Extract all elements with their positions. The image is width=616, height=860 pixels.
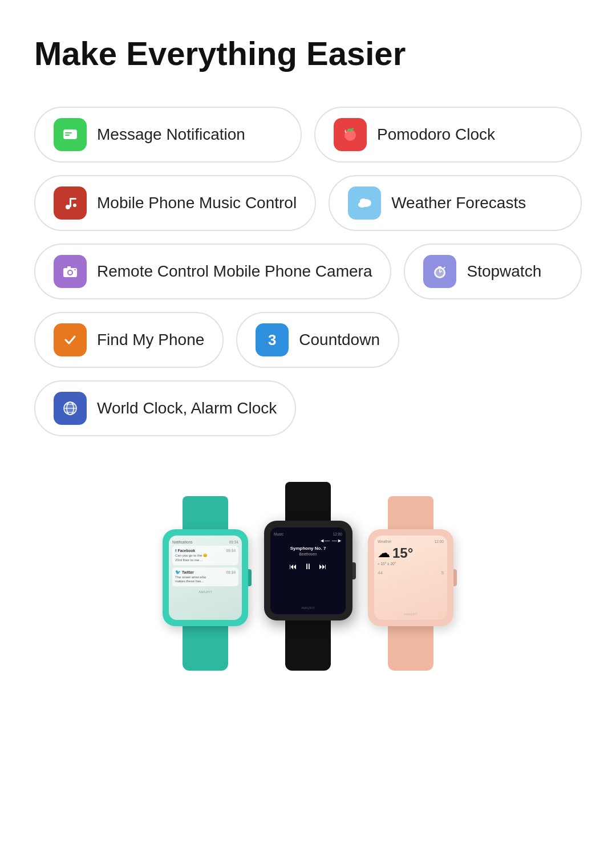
feature-row-5: World Clock, Alarm Clock (34, 380, 582, 436)
svg-rect-15 (67, 266, 71, 269)
pomodoro-icon (334, 118, 367, 151)
world-clock-label: World Clock, Alarm Clock (97, 399, 277, 417)
world-clock-icon (54, 392, 87, 425)
weather-label: Weather Forecasts (391, 194, 526, 212)
svg-rect-16 (74, 269, 76, 270)
feature-world-clock: World Clock, Alarm Clock (34, 380, 296, 436)
svg-rect-0 (63, 129, 77, 139)
features-grid: Message Notification Pomodoro Clock (34, 107, 582, 436)
feature-row-4: Find My Phone 3 Countdown (34, 312, 582, 368)
stopwatch-icon (423, 255, 456, 288)
pomodoro-label: Pomodoro Clock (377, 125, 495, 144)
feature-pomodoro: Pomodoro Clock (314, 107, 582, 163)
svg-point-6 (73, 204, 76, 207)
find-phone-icon (54, 323, 87, 356)
find-phone-label: Find My Phone (97, 331, 204, 349)
feature-weather: Weather Forecasts (329, 175, 582, 231)
message-notification-icon (54, 118, 87, 151)
svg-point-11 (360, 198, 367, 204)
camera-icon (54, 255, 87, 288)
feature-row-3: Remote Control Mobile Phone Camera Stopw… (34, 244, 582, 299)
svg-point-14 (68, 271, 72, 274)
feature-row-1: Message Notification Pomodoro Clock (34, 107, 582, 163)
watches-section: Notifications 09:34 f Facebook 09:34 Can… (34, 482, 582, 671)
feature-message-notification: Message Notification (34, 107, 302, 163)
feature-stopwatch: Stopwatch (404, 244, 582, 299)
countdown-icon: 3 (256, 323, 289, 356)
music-control-icon (54, 186, 87, 220)
watch-black: Music 12:00 ◄— —► Symphony No. 7 Beethov… (251, 482, 365, 671)
weather-icon (348, 186, 381, 220)
svg-point-5 (66, 205, 70, 209)
svg-rect-1 (65, 132, 72, 133)
feature-camera-control: Remote Control Mobile Phone Camera (34, 244, 391, 299)
feature-countdown: 3 Countdown (236, 312, 399, 368)
svg-rect-2 (65, 135, 70, 136)
feature-row-2: Mobile Phone Music Control Weather Forec… (34, 175, 582, 231)
feature-find-phone: Find My Phone (34, 312, 224, 368)
camera-label: Remote Control Mobile Phone Camera (97, 262, 372, 281)
stopwatch-label: Stopwatch (467, 262, 541, 281)
feature-music-control: Mobile Phone Music Control (34, 175, 316, 231)
watch-pink: Weather 12:00 ☁ 15° ≈ 10° ± 20° 44 5 (354, 496, 468, 671)
svg-rect-8 (70, 198, 76, 200)
svg-rect-21 (438, 266, 441, 267)
page-title: Make Everything Easier (34, 34, 582, 72)
music-control-label: Mobile Phone Music Control (97, 194, 297, 212)
countdown-label: Countdown (299, 331, 380, 349)
watch-green: Notifications 09:34 f Facebook 09:34 Can… (148, 496, 262, 671)
message-notification-label: Message Notification (97, 125, 245, 144)
